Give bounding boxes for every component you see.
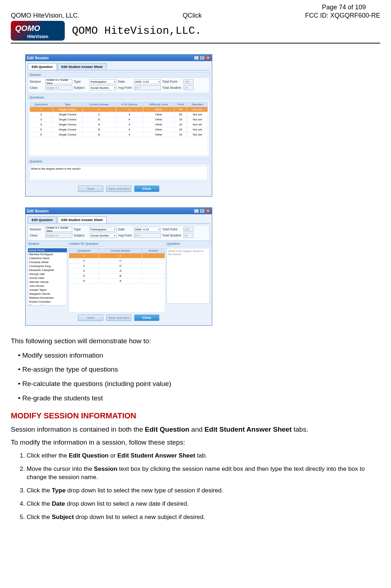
date-dropdown[interactable]: 2009- 4-23 [134, 79, 161, 84]
header-left: QOMO HiteVision, LLC. [11, 12, 79, 19]
step-item: Click the Date drop down list to select … [27, 500, 380, 508]
col-header: Correct Answer [99, 248, 142, 253]
totalstudent-value: 15 [183, 233, 194, 238]
step-item: Click either the Edit Question or Edit S… [27, 452, 380, 460]
close-icon[interactable]: ✕ [205, 56, 210, 60]
session-group-title: Session [28, 72, 209, 78]
save-next-button[interactable]: Save and Next [106, 314, 131, 321]
student-header: Student [26, 241, 69, 247]
list-item[interactable]: Catherine Davis [28, 256, 67, 260]
list-item[interactable]: Annie Perez [28, 248, 67, 252]
table-row[interactable]: 4A [69, 268, 165, 274]
bullet-item: Re-assign the type of questions [18, 365, 380, 374]
type-dropdown[interactable]: Participation [90, 79, 117, 84]
table-row[interactable]: 2C [69, 258, 165, 263]
list-item[interactable]: Margaret Garcia [28, 292, 67, 296]
avg-value: 47.7 [134, 85, 161, 90]
table-row[interactable]: 6Single ChoiceA4Other15Not set [30, 132, 208, 137]
list-item[interactable]: John Brown [28, 284, 67, 288]
list-item[interactable]: Christopher King [28, 264, 67, 268]
header-right: FCC ID: XQGQRF600-RE [305, 12, 380, 19]
question-header: Question [165, 241, 211, 247]
list-item[interactable]: Hannah Garcia [28, 280, 67, 284]
type-label: Type [74, 80, 88, 83]
list-item[interactable]: George Hall [28, 272, 67, 276]
col-header: # Of Options [115, 102, 143, 107]
question-text-box[interactable]: What is the largest desert in the world? [29, 166, 208, 180]
section-p2: To modify the information in a session, … [11, 438, 380, 447]
list-item[interactable]: Gloria Clark [28, 276, 67, 280]
totalpoint-value: 100 [183, 79, 194, 84]
date-label: Date [118, 80, 132, 83]
subject-dropdown[interactable]: Social Studies [90, 233, 117, 238]
col-header: Answer [142, 248, 165, 253]
list-item[interactable]: Thomas Adams [28, 304, 67, 306]
close-button[interactable]: Close [134, 185, 159, 192]
save-button[interactable]: Save [78, 185, 103, 192]
edit-session-dialog-2: Edit Session _ ▢ ✕ Edit Question Edit St… [25, 207, 212, 326]
list-item[interactable]: Robert Gonzalez [28, 300, 67, 304]
step-item: Click the Subject drop down list to sele… [27, 513, 380, 522]
answer-header: Answer for Question [67, 241, 167, 247]
list-item[interactable]: Elizabeth Campbell [28, 268, 67, 272]
edit-session-dialog-1: Edit Session _ ▢ ✕ Edit Question Edit St… [25, 54, 212, 197]
class-value: Grade 4-1 [45, 233, 72, 238]
totalpoint-value: 100 [183, 227, 194, 232]
col-header: Point [174, 102, 187, 107]
questions-table: Question#TypeCorrect Answer# Of OptionsD… [29, 102, 208, 137]
tab-edit-answer-sheet[interactable]: Edit Student Answer Sheet [58, 216, 107, 223]
col-header: Type [53, 102, 82, 107]
step-item: Move the cursor into the Session text bo… [27, 465, 380, 482]
table-row[interactable]: 6A [69, 279, 165, 284]
answer-table: Question#Correct AnswerAnswer 1C2C3D4A5B… [69, 248, 165, 284]
section-p1: Session information is contained in both… [11, 425, 380, 434]
close-icon[interactable]: ✕ [205, 209, 210, 213]
minimize-icon[interactable]: _ [194, 56, 199, 60]
save-button[interactable]: Save [78, 314, 103, 321]
list-item[interactable]: Christina White [28, 260, 67, 264]
col-header: Standard [187, 102, 208, 107]
question-preview: What is the largest desert in the world? [167, 248, 210, 304]
list-item[interactable]: Barbara Rodriguez [28, 252, 67, 256]
dialog-title: Edit Session [27, 209, 49, 213]
maximize-icon[interactable]: ▢ [200, 209, 205, 213]
avg-label: Avg Point [118, 86, 132, 89]
questions-group-title: Questions [28, 95, 209, 100]
list-item[interactable]: Melissa Hernandez [28, 296, 67, 300]
totalpoint-label: Total Point [162, 228, 182, 231]
table-row[interactable]: 1C [69, 253, 165, 258]
col-header: Question# [30, 102, 53, 107]
save-next-button[interactable]: Save and Next [106, 185, 131, 192]
question-preview-title: Question [28, 159, 209, 164]
totalstudent-label: Total Student [162, 86, 182, 89]
table-row[interactable]: 5Single ChoiceB4Other15Not set [30, 127, 208, 132]
minimize-icon[interactable]: _ [194, 209, 199, 213]
subject-dropdown[interactable]: Social Studies [90, 85, 117, 90]
session-input[interactable]: Grade 4-1 Social Stud [45, 79, 72, 84]
intro-text: This following section will demonstrate … [11, 336, 380, 346]
session-label: Session [29, 80, 44, 83]
tab-edit-answer-sheet[interactable]: Edit Student Answer Sheet [58, 63, 107, 70]
col-header: Correct Answer [83, 102, 116, 107]
section-heading: MODIFY SESSION INFORMATION [11, 410, 380, 421]
col-header: Difficulty Level [143, 102, 174, 107]
tab-edit-question[interactable]: Edit Question [28, 63, 57, 70]
tab-edit-question[interactable]: Edit Question [28, 216, 57, 223]
date-dropdown[interactable]: 2009- 4-23 [134, 227, 161, 232]
totalpoint-label: Total Point [162, 80, 182, 83]
list-item[interactable]: Joseph Taylor [28, 288, 67, 292]
table-row[interactable]: 5B [69, 274, 165, 279]
close-button[interactable]: Close [134, 314, 159, 321]
table-row[interactable]: 3Single ChoiceD4Other15Not set [30, 117, 208, 122]
col-header: Question# [69, 248, 99, 253]
table-row[interactable]: 2Single ChoiceC4Other20Not set [30, 112, 208, 117]
session-input[interactable]: Grade 4-1 Social Stud [45, 227, 72, 232]
table-row[interactable]: 1Single ChoiceC4Other20Not set [30, 107, 208, 112]
table-row[interactable]: 4Single ChoiceA4Other15Not set [30, 122, 208, 127]
maximize-icon[interactable]: ▢ [200, 56, 205, 60]
student-list[interactable]: Annie PerezBarbara RodriguezCatherine Da… [28, 248, 67, 306]
class-value: Grade 4-1 [45, 85, 72, 90]
step-item: Click the Type drop down list to select … [27, 487, 380, 495]
type-dropdown[interactable]: Participation [90, 227, 117, 232]
table-row[interactable]: 3D [69, 263, 165, 268]
